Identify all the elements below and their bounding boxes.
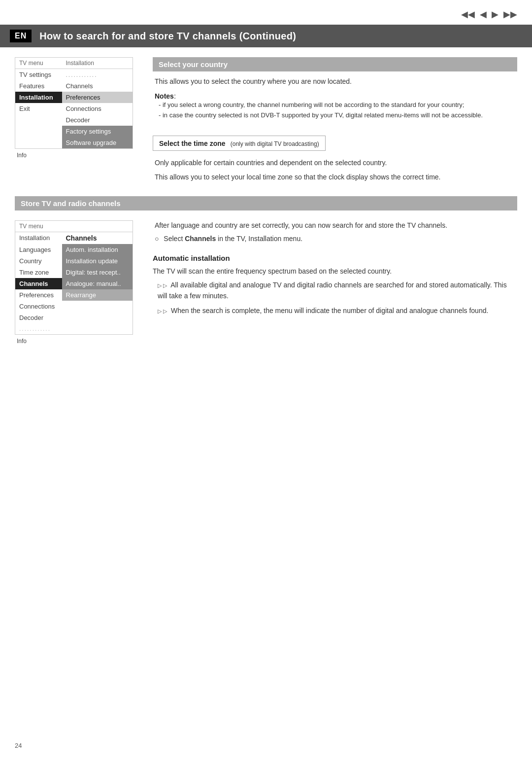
bottom-main-content: TV menu Installation Channels Languages …	[0, 215, 532, 360]
menu-right-empty	[62, 312, 133, 323]
nav-icons: ◀◀ ◀ ▶ ▶▶	[461, 9, 517, 20]
auto-install-header: Automatic installation	[153, 254, 517, 262]
time-zone-box: Select the time zone (only with digital …	[153, 136, 326, 151]
col1-header: TV menu	[15, 58, 62, 69]
header-banner: EN How to search for and store TV channe…	[0, 25, 532, 47]
table-row: Factory settings	[15, 126, 133, 137]
top-main-content: TV menu Installation TV settings .......…	[0, 47, 532, 196]
menu-left-cell	[15, 137, 62, 149]
menu-right-cell: Decoder	[62, 114, 133, 126]
auto-install-bullets: ▷ All available digital and analogue TV …	[153, 280, 517, 316]
notes-list: - if you select a wrong country, the cha…	[155, 100, 515, 121]
tv-menu-table-2: TV menu Installation Channels Languages …	[15, 220, 133, 335]
time-zone-section: Select the time zone (only with digital …	[153, 136, 517, 182]
menu-right-highlight: Software upgrade	[62, 137, 133, 149]
list-item: ▷ All available digital and analogue TV …	[158, 280, 517, 302]
table-row: Decoder	[15, 312, 133, 323]
left-panel-bottom: TV menu Installation Channels Languages …	[15, 220, 143, 355]
tv-menu-header-row: TV menu Installation	[15, 58, 133, 69]
menu-right-empty	[62, 301, 133, 312]
menu-left-preferences: Preferences	[15, 289, 62, 301]
note-item-2: - in case the country selected is not DV…	[159, 110, 515, 121]
note-item-1: - if you select a wrong country, the cha…	[159, 100, 515, 110]
left-panel-top: TV menu Installation TV settings .......…	[15, 57, 143, 186]
time-zone-text2: This allows you to select your local tim…	[153, 172, 517, 182]
info-text-bottom: Info	[15, 335, 143, 348]
menu-left-cell	[15, 126, 62, 137]
table-row: Channels Analogue: manual..	[15, 278, 133, 289]
skip-forward-icon[interactable]: ▶▶	[503, 9, 517, 20]
info-text-top: Info	[15, 149, 143, 162]
store-tv-header: Store TV and radio channels	[15, 196, 517, 210]
skip-back-icon[interactable]: ◀◀	[461, 9, 475, 20]
table-row: Connections	[15, 301, 133, 312]
circle-bullet: ○	[155, 235, 159, 243]
menu-left-cell-2: Time zone	[15, 267, 62, 278]
auto-install-text1: The TV will scan the entire frequency sp…	[153, 266, 517, 277]
table-row: Installation Channels	[15, 232, 133, 244]
tv-menu2-header-row: TV menu	[15, 220, 133, 232]
select-country-header: Select your country	[153, 57, 517, 71]
menu-left-cell-2: Languages	[15, 244, 62, 255]
table-row: Software upgrade	[15, 137, 133, 149]
menu-right-analogue: Analogue: manual..	[62, 278, 133, 289]
menu-left-cell: Features	[15, 80, 62, 92]
bottom-section-wrapper: Store TV and radio channels	[0, 196, 532, 210]
store-tv-text: After language and country are set corre…	[153, 220, 517, 231]
menu-left-cell-2: Country	[15, 255, 62, 267]
table-row: Installation Preferences	[15, 92, 133, 103]
menu-left-connections: Connections	[15, 301, 62, 312]
menu-right-cell: Channels	[62, 80, 133, 92]
select-country-text: This allows you to select the country wh…	[153, 76, 517, 87]
table-row: ............	[15, 323, 133, 335]
menu-left-channels-selected: Channels	[15, 278, 62, 289]
table-row: Preferences Rearrange	[15, 289, 133, 301]
menu-right-autom: Autom. installation	[62, 244, 133, 255]
menu-left-selected: Installation	[15, 92, 62, 103]
time-zone-bold: Select the time zone	[159, 140, 226, 147]
menu-right-cell: ............	[62, 69, 133, 81]
menu-left-dotted: ............	[15, 323, 62, 335]
time-zone-sub: (only with digital TV broadcasting)	[231, 140, 319, 147]
list-item: ▷ When the search is complete, the menu …	[158, 305, 517, 316]
table-row: Country Installation update	[15, 255, 133, 267]
table-row: TV settings ............	[15, 69, 133, 81]
menu-right-digital: Digital: test recept..	[62, 267, 133, 278]
next-icon[interactable]: ▶	[492, 9, 499, 20]
menu-left-cell-2: Installation	[15, 232, 62, 244]
menu-left-cell	[15, 114, 62, 126]
page-number: 24	[15, 742, 22, 749]
right-panel-bottom: After language and country are set corre…	[153, 220, 517, 355]
channels-bold: Channels	[185, 235, 216, 243]
tv-menu-table-1: TV menu Installation TV settings .......…	[15, 57, 133, 149]
menu-left-cell: Exit	[15, 103, 62, 114]
tv-menu-section-1: TV menu Installation TV settings .......…	[15, 57, 143, 162]
right-panel-top: Select your country This allows you to s…	[153, 57, 517, 186]
time-zone-label: Select the time zone	[159, 140, 226, 147]
menu-right-cell: Connections	[62, 103, 133, 114]
page-title: How to search for and store TV channels …	[39, 31, 296, 42]
tv-menu-section-2: TV menu Installation Channels Languages …	[15, 220, 143, 348]
table-row: Decoder	[15, 114, 133, 126]
table-row: Time zone Digital: test recept..	[15, 267, 133, 278]
time-zone-text1: Only applicable for certain countries an…	[153, 158, 517, 168]
menu-right-empty	[62, 323, 133, 335]
col1-header-2: TV menu	[15, 220, 133, 232]
notes-colon: :	[174, 92, 176, 100]
prev-icon[interactable]: ◀	[480, 9, 487, 20]
col2-header: Installation	[62, 58, 133, 69]
language-label: EN	[10, 30, 32, 42]
menu-left-cell: TV settings	[15, 69, 62, 81]
menu-right-rearrange: Rearrange	[62, 289, 133, 301]
select-channels-text: ○ Select Channels in the TV, Installatio…	[153, 234, 517, 244]
menu-left-decoder: Decoder	[15, 312, 62, 323]
table-row: Features Channels	[15, 80, 133, 92]
table-row: Exit Connections	[15, 103, 133, 114]
auto-install-section: Automatic installation The TV will scan …	[153, 254, 517, 316]
menu-right-channels: Channels	[62, 232, 133, 244]
table-row: Languages Autom. installation	[15, 244, 133, 255]
notes-section: Notes: - if you select a wrong country, …	[155, 92, 515, 121]
notes-label: Notes	[155, 92, 174, 100]
menu-right-install: Installation update	[62, 255, 133, 267]
menu-right-selected: Preferences	[62, 92, 133, 103]
